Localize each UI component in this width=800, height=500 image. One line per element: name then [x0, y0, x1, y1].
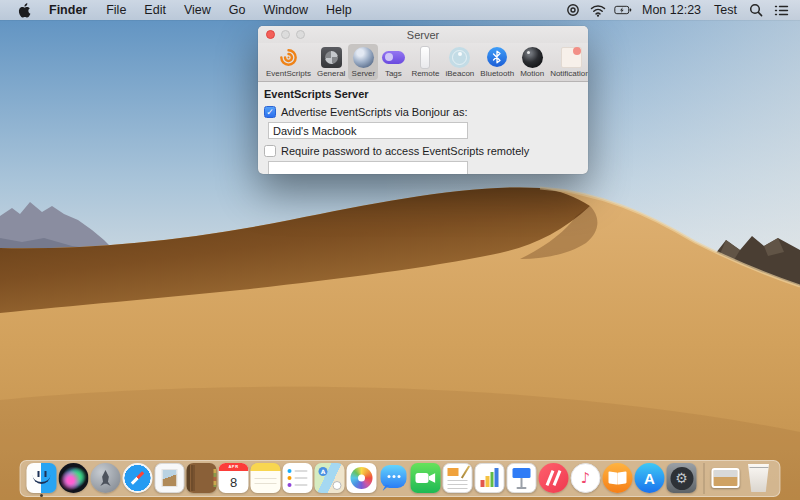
toolbar-item-bluetooth[interactable]: Bluetooth: [477, 44, 517, 80]
zoom-button: [296, 30, 305, 39]
eventscripts-icon: [276, 45, 300, 69]
dock-item-desktop-stack[interactable]: [712, 463, 742, 493]
bluetooth-icon: [485, 45, 509, 69]
dock-item-safari[interactable]: [123, 463, 153, 493]
dock-item-reminders[interactable]: [283, 463, 313, 493]
facetime-camera-icon: [411, 463, 441, 493]
calendar-icon: APR 8: [219, 463, 249, 493]
toolbar-label: Bluetooth: [480, 69, 514, 79]
toolbar-item-motion[interactable]: Motion: [517, 44, 547, 80]
contacts-book-icon: [187, 463, 217, 493]
menu-item-help[interactable]: Help: [317, 0, 361, 20]
dock-item-itunes[interactable]: ♪: [571, 463, 601, 493]
toolbar-label: Remote: [411, 69, 439, 79]
advertise-checkbox[interactable]: ✓: [264, 106, 276, 118]
notes-icon: [251, 463, 281, 493]
dock-item-numbers[interactable]: [475, 463, 505, 493]
desktop-picture-stack-icon: [712, 468, 740, 488]
require-password-label: Require password to access EventScripts …: [281, 145, 529, 157]
apple-menu[interactable]: [12, 3, 39, 18]
toolbar-item-tags[interactable]: Tags: [378, 44, 408, 80]
menu-item-finder[interactable]: Finder: [39, 0, 97, 20]
dock: APR 8 A ♪ A ⚙: [20, 460, 781, 497]
news-icon: [539, 463, 569, 493]
bonjour-name-field[interactable]: [268, 122, 468, 139]
dock-item-contacts[interactable]: [187, 463, 217, 493]
preferences-toolbar: EventScripts General Server Tags Remote …: [258, 43, 588, 82]
dock-item-appstore[interactable]: A: [635, 463, 665, 493]
dock-item-sysprefs[interactable]: ⚙: [667, 463, 697, 493]
minimize-button: [281, 30, 290, 39]
launchpad-rocket-icon: [91, 463, 121, 493]
general-gear-icon: [319, 45, 343, 69]
toolbar-label: Motion: [520, 69, 544, 79]
dock-item-siri[interactable]: [59, 463, 89, 493]
dock-separator: [704, 463, 705, 494]
app-store-icon: A: [635, 463, 665, 493]
dock-item-pages[interactable]: [443, 463, 473, 493]
menu-item-view[interactable]: View: [175, 0, 220, 20]
toolbar-label: EventScripts: [266, 69, 311, 79]
dock-item-trash[interactable]: [744, 463, 774, 493]
eventscripts-menu-icon[interactable]: [564, 1, 582, 19]
dock-item-facetime[interactable]: [411, 463, 441, 493]
server-pane: EventScripts Server ✓ Advertise EventScr…: [258, 82, 588, 174]
toolbar-label: Notifications: [550, 69, 588, 79]
dock-item-messages[interactable]: [379, 463, 409, 493]
dock-item-finder[interactable]: [27, 463, 57, 493]
toolbar-label: General: [317, 69, 345, 79]
dock-item-maps[interactable]: A: [315, 463, 345, 493]
dock-item-mail[interactable]: [155, 463, 185, 493]
finder-icon: [27, 463, 57, 493]
require-password-checkbox[interactable]: [264, 145, 276, 157]
battery-charging-icon[interactable]: [614, 1, 632, 19]
photos-flower-icon: [347, 463, 377, 493]
advertise-checkbox-label: Advertise EventScripts via Bonjour as:: [281, 106, 467, 118]
ibeacon-icon: [448, 45, 472, 69]
window-title: Server: [407, 29, 439, 41]
siri-icon: [59, 463, 89, 493]
wifi-icon[interactable]: [589, 1, 607, 19]
dock-item-photos[interactable]: [347, 463, 377, 493]
toolbar-item-general[interactable]: General: [314, 44, 348, 80]
running-indicator: [40, 494, 43, 497]
menu-item-go[interactable]: Go: [220, 0, 255, 20]
apple-logo-icon: [18, 3, 31, 18]
toolbar-item-server[interactable]: Server: [348, 44, 378, 80]
desktop: Finder File Edit View Go Window Help Mon…: [0, 0, 800, 500]
toolbar-label: Tags: [385, 69, 402, 79]
dock-item-launchpad[interactable]: [91, 463, 121, 493]
menu-bar: Finder File Edit View Go Window Help Mon…: [0, 0, 800, 20]
user-switch-menu[interactable]: Test: [711, 3, 740, 17]
menu-item-window[interactable]: Window: [254, 0, 316, 20]
server-globe-icon: [351, 45, 375, 69]
itunes-note-icon: ♪: [571, 463, 601, 493]
close-button[interactable]: [266, 30, 275, 39]
mail-icon: [155, 463, 185, 493]
dock-item-notes[interactable]: [251, 463, 281, 493]
system-preferences-gear-icon: ⚙: [667, 463, 697, 493]
numbers-chart-icon: [475, 463, 505, 493]
tags-pill-icon: [381, 45, 405, 69]
spotlight-icon[interactable]: [747, 1, 765, 19]
motion-camera-icon: [520, 45, 544, 69]
toolbar-item-remote[interactable]: Remote: [408, 44, 442, 80]
toolbar-label: iBeacon: [445, 69, 474, 79]
dock-item-keynote[interactable]: [507, 463, 537, 493]
window-title-bar[interactable]: Server: [258, 26, 588, 43]
messages-bubble-icon: [379, 463, 409, 493]
notification-center-icon[interactable]: [772, 1, 790, 19]
dock-item-calendar[interactable]: APR 8: [219, 463, 249, 493]
dock-item-news[interactable]: [539, 463, 569, 493]
pages-icon: [443, 463, 473, 493]
toolbar-item-notifications[interactable]: Notifications: [547, 44, 588, 80]
toolbar-item-eventscripts[interactable]: EventScripts: [263, 44, 314, 80]
toolbar-item-ibeacon[interactable]: iBeacon: [442, 44, 477, 80]
menu-item-file[interactable]: File: [97, 0, 135, 20]
dock-item-books[interactable]: [603, 463, 633, 493]
notifications-icon: [560, 45, 584, 69]
password-field[interactable]: [268, 161, 468, 174]
menu-clock[interactable]: Mon 12:23: [639, 3, 704, 17]
menu-item-edit[interactable]: Edit: [135, 0, 175, 20]
safari-compass-icon: [123, 463, 153, 493]
